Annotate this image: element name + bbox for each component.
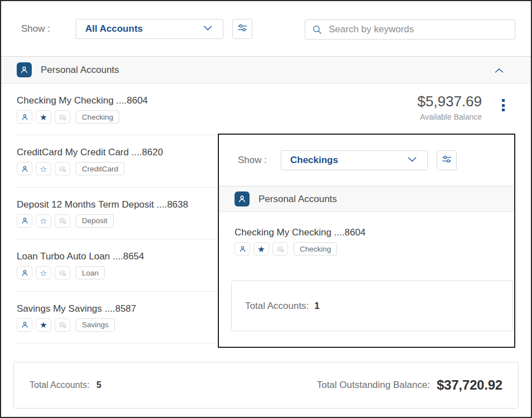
star-outline-icon[interactable]: ☆ — [36, 162, 51, 175]
summary-footer: Total Accounts: 5 Total Outstanding Bala… — [13, 362, 519, 409]
collapse-chevron-up-icon[interactable] — [492, 65, 506, 79]
personal-accounts-header[interactable]: Personal Accounts — [1, 57, 531, 83]
account-row-checking[interactable]: Checking My Checking ....8604 ★ Checking… — [1, 83, 531, 135]
show-label: Show : — [21, 23, 50, 35]
star-filled-icon[interactable]: ★ — [253, 242, 269, 255]
bank-icon[interactable] — [55, 266, 70, 279]
person-icon[interactable] — [17, 110, 32, 124]
person-badge-icon — [17, 62, 32, 77]
account-type-tag: CreditCard — [76, 162, 124, 175]
person-badge-icon — [235, 191, 250, 206]
popup-account-row-checking[interactable]: Checking My Checking ....8604 ★ Checking — [219, 212, 514, 255]
bank-icon[interactable] — [272, 242, 288, 255]
person-icon[interactable] — [17, 318, 32, 332]
balance-amount: $5,937.69 — [417, 93, 482, 110]
balance-block: $5,937.69 Available Balance — [417, 93, 482, 121]
account-type-tag: Savings — [76, 318, 115, 332]
popup-toolbar: Show : Checkings — [219, 135, 514, 186]
filter-settings-button[interactable] — [232, 19, 252, 39]
star-filled-icon[interactable]: ★ — [36, 318, 51, 332]
account-filter-value: All Accounts — [85, 23, 143, 35]
top-toolbar: Show : All Accounts — [1, 1, 531, 57]
popup-summary-box: Total Accounts: 1 — [231, 281, 513, 331]
accounts-screen: Show : All Accounts Per — [0, 0, 532, 418]
outstanding-balance-value: $37,720.92 — [437, 377, 502, 393]
popup-personal-accounts-header: Personal Accounts — [219, 186, 514, 212]
star-outline-icon[interactable]: ☆ — [36, 214, 51, 228]
account-type-tag: Deposit — [76, 214, 114, 228]
popup-account-filter-dropdown[interactable]: Checkings — [281, 150, 428, 170]
account-title: Checking My Checking ....8604 — [235, 227, 514, 238]
chevron-down-icon — [202, 22, 214, 36]
outstanding-balance-group: Total Outstanding Balance: $37,720.92 — [317, 377, 502, 393]
bank-icon[interactable] — [55, 214, 70, 228]
total-accounts-group: Total Accounts: 5 — [30, 380, 101, 390]
popup-group-title: Personal Accounts — [258, 194, 337, 205]
person-icon[interactable] — [235, 242, 250, 255]
popup-account-filter-value: Checkings — [290, 155, 338, 166]
chevron-down-icon — [406, 153, 418, 168]
account-chips: ★ Checking — [235, 242, 514, 255]
account-filter-dropdown[interactable]: All Accounts — [76, 19, 223, 39]
account-type-tag: Loan — [76, 266, 105, 279]
kebab-menu-icon[interactable] — [501, 98, 506, 112]
account-type-tag: Checking — [76, 110, 119, 124]
total-accounts-value: 5 — [96, 380, 101, 390]
balance-label: Available Balance — [417, 112, 482, 121]
person-icon[interactable] — [17, 162, 32, 175]
account-type-tag: Checking — [294, 242, 337, 255]
outstanding-balance-label: Total Outstanding Balance: — [317, 380, 430, 391]
star-outline-icon[interactable]: ☆ — [36, 266, 51, 279]
bank-icon[interactable] — [55, 110, 70, 124]
sliders-icon — [236, 22, 248, 36]
popup-show-label: Show : — [238, 155, 267, 166]
person-icon[interactable] — [17, 266, 32, 279]
person-icon[interactable] — [17, 214, 32, 228]
bank-icon[interactable] — [55, 162, 70, 175]
star-filled-icon[interactable]: ★ — [36, 110, 51, 124]
popup-total-accounts-value: 1 — [314, 301, 319, 312]
popup-total-accounts-label: Total Accounts: — [245, 301, 309, 312]
group-title: Personal Accounts — [41, 65, 119, 76]
sliders-icon — [441, 153, 453, 168]
search-field-wrap — [305, 19, 515, 40]
filtered-accounts-popup: Show : Checkings Persona — [218, 134, 515, 348]
bank-icon[interactable] — [55, 318, 70, 332]
total-accounts-label: Total Accounts: — [30, 380, 90, 390]
search-input[interactable] — [305, 19, 515, 40]
popup-filter-settings-button[interactable] — [437, 150, 457, 170]
